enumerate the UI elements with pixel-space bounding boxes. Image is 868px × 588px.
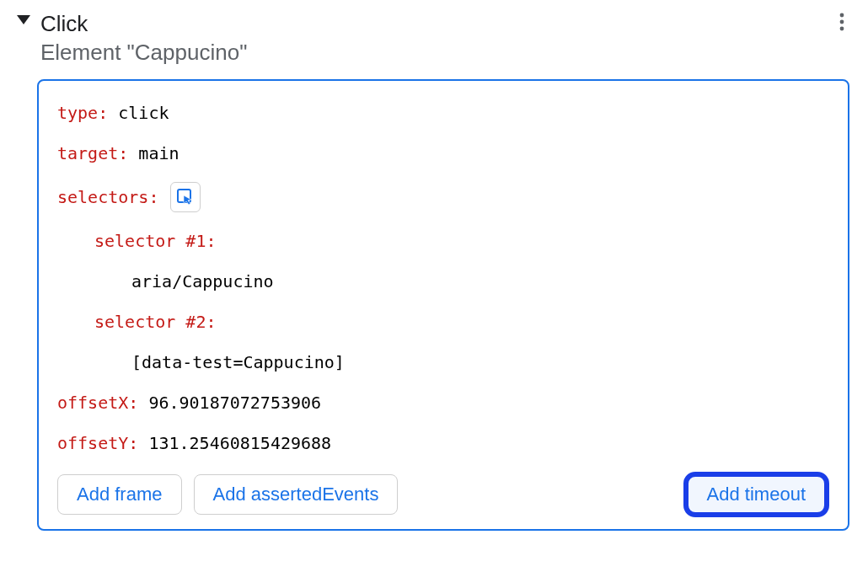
offsetx-value[interactable]: 96.90187072753906 xyxy=(148,393,321,413)
selector-2-value-row[interactable]: [data-test=Cappucino] xyxy=(57,350,829,374)
colon: : xyxy=(128,393,138,413)
step-title-group: Click Element "Cappucino" xyxy=(40,10,247,67)
add-frame-button[interactable]: Add frame xyxy=(57,474,182,515)
step-header-left: Click Element "Cappucino" xyxy=(17,10,247,67)
selector-1-row: selector #1: xyxy=(57,229,829,253)
selectors-label: selectors: xyxy=(57,187,158,207)
selector-1-value-row[interactable]: aria/Cappucino xyxy=(57,270,829,293)
more-menu-icon[interactable] xyxy=(833,8,851,35)
colon: : xyxy=(148,187,158,207)
offsety-key: offsetY xyxy=(57,433,128,453)
step-title: Click xyxy=(40,10,247,39)
step-header: Click Element "Cappucino" xyxy=(17,8,851,79)
offsety-row: offsetY: 131.25460815429688 xyxy=(57,431,829,455)
type-key: type xyxy=(57,103,98,123)
selector-1-value: aria/Cappucino xyxy=(131,271,274,291)
colon: : xyxy=(128,433,138,453)
offsetx-key: offsetX xyxy=(57,393,128,413)
colon: : xyxy=(206,312,216,332)
target-value[interactable]: main xyxy=(138,143,179,163)
selector-2-row: selector #2: xyxy=(57,310,829,334)
selectors-row: selectors: xyxy=(57,182,829,212)
type-row: type: click xyxy=(57,101,829,125)
type-value[interactable]: click xyxy=(118,103,169,123)
svg-point-2 xyxy=(840,20,844,24)
select-element-button[interactable] xyxy=(170,182,201,212)
offsetx-row: offsetX: 96.90187072753906 xyxy=(57,391,829,414)
svg-point-1 xyxy=(840,13,844,18)
step-details-panel: type: click target: main selectors: sele… xyxy=(37,79,849,531)
offsety-value[interactable]: 131.25460815429688 xyxy=(148,433,331,453)
selector-1-key: selector #1 xyxy=(94,231,206,251)
selectors-key: selectors xyxy=(57,187,148,207)
action-button-row: Add frame Add assertedEvents Add timeout xyxy=(57,472,829,517)
selector-2-value: [data-test=Cappucino] xyxy=(131,352,345,372)
colon: : xyxy=(206,231,216,251)
target-key: target xyxy=(57,143,118,163)
colon: : xyxy=(118,143,128,163)
add-asserted-events-button[interactable]: Add assertedEvents xyxy=(194,474,399,515)
colon: : xyxy=(98,103,108,123)
svg-marker-0 xyxy=(17,15,30,24)
add-timeout-button[interactable]: Add timeout xyxy=(683,472,829,517)
target-row: target: main xyxy=(57,142,829,165)
collapse-chevron-icon[interactable] xyxy=(17,15,30,25)
svg-point-3 xyxy=(840,27,844,31)
selector-2-key: selector #2 xyxy=(94,312,206,332)
step-subtitle: Element "Cappucino" xyxy=(40,39,247,67)
